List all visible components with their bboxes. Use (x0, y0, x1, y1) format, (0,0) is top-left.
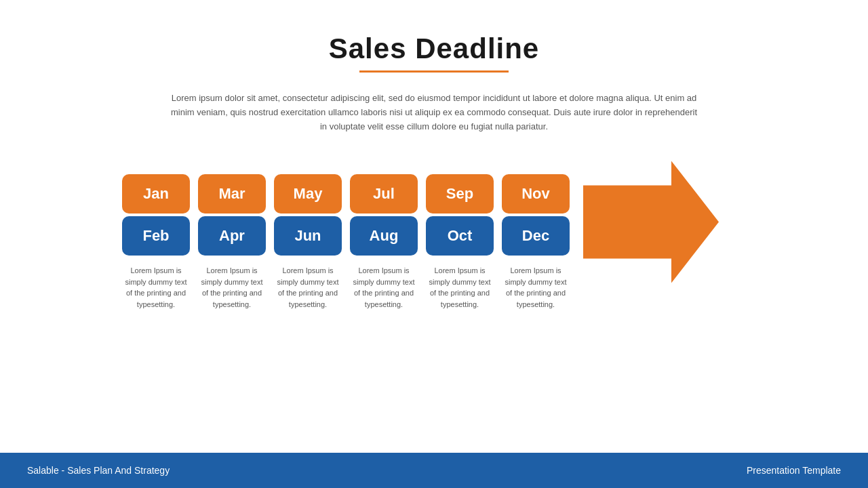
title-section: Sales Deadline (0, 0, 868, 73)
arrow-container (583, 161, 719, 283)
months-grid: Jan Feb Lorem Ipsum is simply dummy text… (122, 174, 570, 310)
month-apr: Apr (198, 216, 266, 256)
month-desc-4: Lorem Ipsum is simply dummy text of the … (350, 265, 418, 310)
month-desc-1: Lorem Ipsum is simply dummy text of the … (122, 265, 190, 310)
month-pair-1: Jan Feb Lorem Ipsum is simply dummy text… (122, 174, 190, 310)
month-oct: Oct (426, 216, 494, 256)
month-nov: Nov (502, 174, 570, 214)
month-jun: Jun (274, 216, 342, 256)
timeline-area: Jan Feb Lorem Ipsum is simply dummy text… (0, 161, 868, 323)
month-desc-2: Lorem Ipsum is simply dummy text of the … (198, 265, 266, 310)
month-desc-5: Lorem Ipsum is simply dummy text of the … (426, 265, 494, 310)
footer-left-text: Salable - Sales Plan And Strategy (27, 465, 170, 476)
title-underline (359, 70, 509, 73)
month-pair-6: Nov Dec Lorem Ipsum is simply dummy text… (502, 174, 570, 310)
page-title: Sales Deadline (0, 33, 868, 65)
month-jan: Jan (122, 174, 190, 214)
month-desc-6: Lorem Ipsum is simply dummy text of the … (502, 265, 570, 310)
month-sep: Sep (426, 174, 494, 214)
month-dec: Dec (502, 216, 570, 256)
slide: Sales Deadline Lorem ipsum dolor sit ame… (0, 0, 868, 488)
month-pair-2: Mar Apr Lorem Ipsum is simply dummy text… (198, 174, 266, 310)
month-pair-5: Sep Oct Lorem Ipsum is simply dummy text… (426, 174, 494, 310)
timeline-arrow (583, 161, 719, 283)
month-jul: Jul (350, 174, 418, 214)
month-aug: Aug (350, 216, 418, 256)
month-pair-3: May Jun Lorem Ipsum is simply dummy text… (274, 174, 342, 310)
body-text: Lorem ipsum dolor sit amet, consectetur … (129, 92, 739, 134)
month-pair-4: Jul Aug Lorem Ipsum is simply dummy text… (350, 174, 418, 310)
month-mar: Mar (198, 174, 266, 214)
month-desc-3: Lorem Ipsum is simply dummy text of the … (274, 265, 342, 310)
footer-right-text: Presentation Template (747, 465, 841, 476)
footer: Salable - Sales Plan And Strategy Presen… (0, 453, 868, 488)
month-may: May (274, 174, 342, 214)
month-feb: Feb (122, 216, 190, 256)
